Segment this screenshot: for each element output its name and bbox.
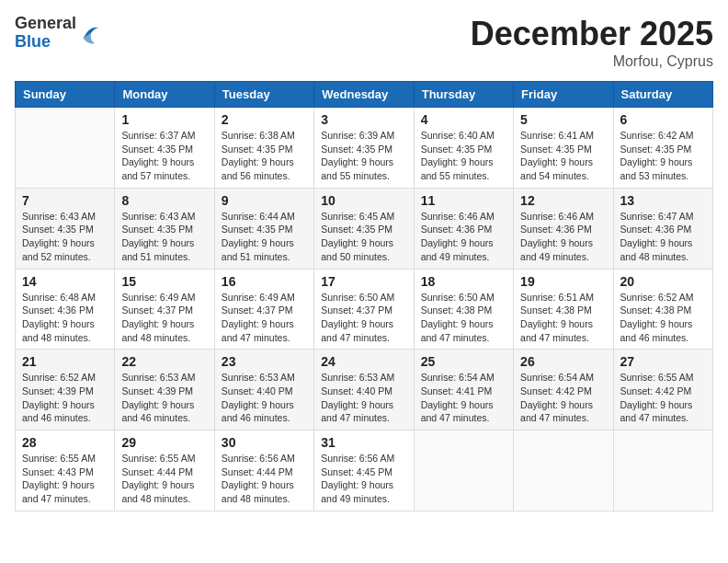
calendar-cell: 27Sunrise: 6:55 AMSunset: 4:42 PMDayligh… xyxy=(613,350,712,431)
calendar-cell xyxy=(613,431,712,511)
title-area: December 2025 Morfou, Cyprus xyxy=(471,15,713,70)
day-number: 4 xyxy=(421,112,506,127)
calendar-cell: 29Sunrise: 6:55 AMSunset: 4:44 PMDayligh… xyxy=(115,431,214,511)
day-info: Sunrise: 6:53 AMSunset: 4:40 PMDaylight:… xyxy=(222,371,307,425)
calendar-cell: 3Sunrise: 6:39 AMSunset: 4:35 PMDaylight… xyxy=(314,108,414,189)
day-number: 20 xyxy=(620,274,706,289)
calendar-cell: 1Sunrise: 6:37 AMSunset: 4:35 PMDaylight… xyxy=(115,108,214,189)
calendar-cell xyxy=(16,108,115,189)
col-header-sunday: Sunday xyxy=(16,82,115,108)
day-number: 13 xyxy=(620,193,706,208)
month-title: December 2025 xyxy=(471,15,713,53)
calendar-cell: 26Sunrise: 6:54 AMSunset: 4:42 PMDayligh… xyxy=(514,350,613,431)
day-number: 28 xyxy=(22,435,108,450)
calendar-week-row: 7Sunrise: 6:43 AMSunset: 4:35 PMDaylight… xyxy=(16,188,713,269)
day-number: 3 xyxy=(321,112,406,127)
col-header-saturday: Saturday xyxy=(613,82,712,108)
day-info: Sunrise: 6:53 AMSunset: 4:40 PMDaylight:… xyxy=(321,371,406,425)
calendar-cell: 18Sunrise: 6:50 AMSunset: 4:38 PMDayligh… xyxy=(414,269,513,350)
calendar-cell: 11Sunrise: 6:46 AMSunset: 4:36 PMDayligh… xyxy=(414,188,513,269)
calendar-cell: 24Sunrise: 6:53 AMSunset: 4:40 PMDayligh… xyxy=(314,350,414,431)
day-info: Sunrise: 6:46 AMSunset: 4:36 PMDaylight:… xyxy=(421,210,506,264)
calendar-cell: 5Sunrise: 6:41 AMSunset: 4:35 PMDaylight… xyxy=(514,108,613,189)
day-info: Sunrise: 6:56 AMSunset: 4:45 PMDaylight:… xyxy=(321,452,406,506)
day-info: Sunrise: 6:40 AMSunset: 4:35 PMDaylight:… xyxy=(421,129,506,183)
col-header-tuesday: Tuesday xyxy=(214,82,313,108)
day-number: 23 xyxy=(222,354,307,369)
logo-text: General Blue xyxy=(15,15,76,52)
calendar-table: SundayMondayTuesdayWednesdayThursdayFrid… xyxy=(15,81,713,511)
calendar-cell: 10Sunrise: 6:45 AMSunset: 4:35 PMDayligh… xyxy=(314,188,414,269)
day-info: Sunrise: 6:43 AMSunset: 4:35 PMDaylight:… xyxy=(121,210,207,264)
day-number: 22 xyxy=(121,354,207,369)
day-info: Sunrise: 6:55 AMSunset: 4:43 PMDaylight:… xyxy=(22,452,108,506)
day-info: Sunrise: 6:48 AMSunset: 4:36 PMDaylight:… xyxy=(22,291,108,345)
day-info: Sunrise: 6:41 AMSunset: 4:35 PMDaylight:… xyxy=(520,129,606,183)
day-info: Sunrise: 6:46 AMSunset: 4:36 PMDaylight:… xyxy=(520,210,606,264)
day-number: 14 xyxy=(22,274,108,289)
calendar-cell: 13Sunrise: 6:47 AMSunset: 4:36 PMDayligh… xyxy=(613,188,712,269)
col-header-monday: Monday xyxy=(115,82,214,108)
calendar-cell: 28Sunrise: 6:55 AMSunset: 4:43 PMDayligh… xyxy=(16,431,115,511)
day-number: 19 xyxy=(520,274,606,289)
day-info: Sunrise: 6:56 AMSunset: 4:44 PMDaylight:… xyxy=(222,452,307,506)
day-info: Sunrise: 6:49 AMSunset: 4:37 PMDaylight:… xyxy=(121,291,207,345)
day-number: 6 xyxy=(620,112,706,127)
day-number: 16 xyxy=(222,274,307,289)
calendar-cell: 23Sunrise: 6:53 AMSunset: 4:40 PMDayligh… xyxy=(214,350,313,431)
col-header-thursday: Thursday xyxy=(414,82,513,108)
calendar-cell: 25Sunrise: 6:54 AMSunset: 4:41 PMDayligh… xyxy=(414,350,513,431)
day-info: Sunrise: 6:50 AMSunset: 4:37 PMDaylight:… xyxy=(321,291,406,345)
calendar-cell: 4Sunrise: 6:40 AMSunset: 4:35 PMDaylight… xyxy=(414,108,513,189)
day-info: Sunrise: 6:52 AMSunset: 4:39 PMDaylight:… xyxy=(22,371,108,425)
calendar-cell: 17Sunrise: 6:50 AMSunset: 4:37 PMDayligh… xyxy=(314,269,414,350)
day-info: Sunrise: 6:42 AMSunset: 4:35 PMDaylight:… xyxy=(620,129,706,183)
calendar-cell: 22Sunrise: 6:53 AMSunset: 4:39 PMDayligh… xyxy=(115,350,214,431)
day-number: 12 xyxy=(520,193,606,208)
day-number: 30 xyxy=(222,435,307,450)
col-header-friday: Friday xyxy=(514,82,613,108)
page-header: General Blue December 2025 Morfou, Cypru… xyxy=(15,15,713,70)
day-info: Sunrise: 6:51 AMSunset: 4:38 PMDaylight:… xyxy=(520,291,606,345)
calendar-week-row: 21Sunrise: 6:52 AMSunset: 4:39 PMDayligh… xyxy=(16,350,713,431)
calendar-cell: 9Sunrise: 6:44 AMSunset: 4:35 PMDaylight… xyxy=(214,188,313,269)
day-info: Sunrise: 6:45 AMSunset: 4:35 PMDaylight:… xyxy=(321,210,406,264)
calendar-cell: 15Sunrise: 6:49 AMSunset: 4:37 PMDayligh… xyxy=(115,269,214,350)
day-info: Sunrise: 6:55 AMSunset: 4:44 PMDaylight:… xyxy=(121,452,207,506)
calendar-cell xyxy=(514,431,613,511)
day-info: Sunrise: 6:50 AMSunset: 4:38 PMDaylight:… xyxy=(421,291,506,345)
day-info: Sunrise: 6:38 AMSunset: 4:35 PMDaylight:… xyxy=(222,129,307,183)
day-number: 2 xyxy=(222,112,307,127)
location: Morfou, Cyprus xyxy=(471,53,713,70)
day-number: 26 xyxy=(520,354,606,369)
day-number: 15 xyxy=(121,274,207,289)
calendar-cell: 21Sunrise: 6:52 AMSunset: 4:39 PMDayligh… xyxy=(16,350,115,431)
day-number: 11 xyxy=(421,193,506,208)
day-info: Sunrise: 6:47 AMSunset: 4:36 PMDaylight:… xyxy=(620,210,706,264)
day-number: 1 xyxy=(121,112,207,127)
calendar-cell: 19Sunrise: 6:51 AMSunset: 4:38 PMDayligh… xyxy=(514,269,613,350)
day-number: 5 xyxy=(520,112,606,127)
day-info: Sunrise: 6:55 AMSunset: 4:42 PMDaylight:… xyxy=(620,371,706,425)
day-number: 31 xyxy=(321,435,406,450)
day-number: 24 xyxy=(321,354,406,369)
logo: General Blue xyxy=(15,15,106,52)
day-number: 8 xyxy=(121,193,207,208)
day-info: Sunrise: 6:54 AMSunset: 4:41 PMDaylight:… xyxy=(421,371,506,425)
day-info: Sunrise: 6:52 AMSunset: 4:38 PMDaylight:… xyxy=(620,291,706,345)
day-number: 9 xyxy=(222,193,307,208)
calendar-cell: 6Sunrise: 6:42 AMSunset: 4:35 PMDaylight… xyxy=(613,108,712,189)
calendar-cell xyxy=(414,431,513,511)
day-info: Sunrise: 6:37 AMSunset: 4:35 PMDaylight:… xyxy=(121,129,207,183)
day-number: 21 xyxy=(22,354,108,369)
day-info: Sunrise: 6:53 AMSunset: 4:39 PMDaylight:… xyxy=(121,371,207,425)
calendar-cell: 2Sunrise: 6:38 AMSunset: 4:35 PMDaylight… xyxy=(214,108,313,189)
calendar-cell: 20Sunrise: 6:52 AMSunset: 4:38 PMDayligh… xyxy=(613,269,712,350)
day-number: 25 xyxy=(421,354,506,369)
calendar-week-row: 1Sunrise: 6:37 AMSunset: 4:35 PMDaylight… xyxy=(16,108,713,189)
calendar-week-row: 14Sunrise: 6:48 AMSunset: 4:36 PMDayligh… xyxy=(16,269,713,350)
calendar-cell: 30Sunrise: 6:56 AMSunset: 4:44 PMDayligh… xyxy=(214,431,313,511)
calendar-cell: 7Sunrise: 6:43 AMSunset: 4:35 PMDaylight… xyxy=(16,188,115,269)
day-info: Sunrise: 6:54 AMSunset: 4:42 PMDaylight:… xyxy=(520,371,606,425)
col-header-wednesday: Wednesday xyxy=(314,82,414,108)
